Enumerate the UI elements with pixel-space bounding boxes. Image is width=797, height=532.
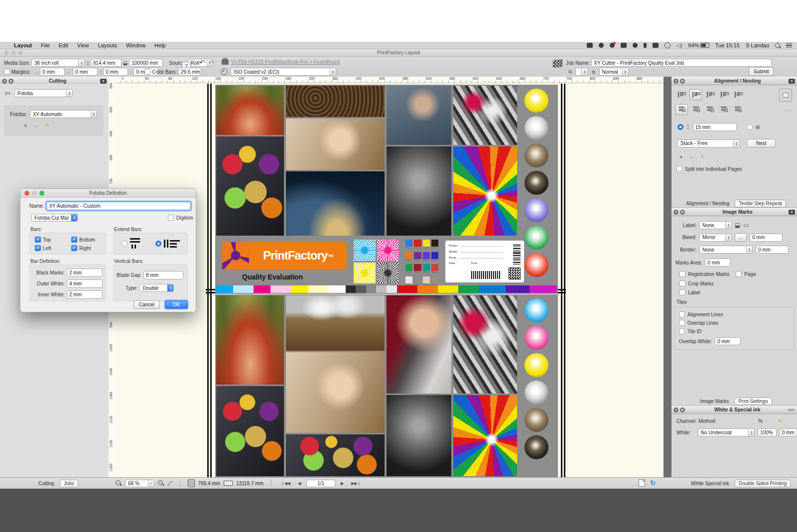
inner-white-field[interactable]: 2 mm [67, 290, 103, 299]
tab-textile-step-repeat[interactable]: Textile Step Repeat [735, 200, 786, 207]
zoom-level-dropdown[interactable]: 68 %▼ [125, 480, 154, 487]
label-position-icon[interactable]: ⬓ [735, 222, 740, 229]
snap-h-button[interactable] [732, 90, 744, 100]
split-pages-checkbox[interactable] [676, 166, 682, 172]
gap-distance-field[interactable]: 15 mm [693, 123, 737, 131]
dialog-name-input[interactable]: XY Automatic - Custom [46, 202, 191, 210]
fotoba-preset-dropdown[interactable]: XY Automatic▲▼ [30, 110, 97, 118]
page-preview-icon[interactable] [639, 479, 645, 487]
white-edit-icon[interactable]: ✎ [778, 418, 783, 424]
blade-gap-field[interactable]: 8 mm [143, 271, 183, 279]
menu-item-help[interactable]: Help [154, 42, 166, 48]
bleed-options-button[interactable]: ... [735, 233, 747, 242]
link-spacing-icon[interactable]: ◦◦◦◦ [785, 109, 792, 113]
nest-add-button[interactable]: + [679, 154, 682, 160]
color-profile-dropdown[interactable]: ISO Coated v2 (ECI)▲▼ [231, 68, 336, 76]
page-indicator[interactable]: 1/1 [306, 480, 335, 487]
menubar-clock[interactable]: Tue 15:15 [715, 42, 740, 48]
status-icon-4[interactable] [644, 43, 647, 48]
redo-icon[interactable]: ↷ [209, 59, 214, 66]
border-distance-field[interactable]: 0 mm [756, 246, 789, 254]
undo-icon[interactable]: ↶ [199, 59, 205, 66]
white-panel-close-icon[interactable]: × [673, 407, 678, 412]
last-page-button[interactable]: ▶▶❘ [351, 481, 361, 486]
fotoba-edit-icon[interactable]: ✎ [45, 122, 49, 129]
zoom-out-button[interactable]: - [116, 480, 122, 486]
gap-radio-fixed[interactable] [677, 124, 683, 130]
extend-horizontal-radio[interactable] [122, 241, 128, 247]
top-checkbox[interactable]: ✓ [35, 237, 41, 243]
label-checkbox[interactable] [679, 289, 685, 295]
align-center-h-button[interactable] [689, 89, 702, 100]
white-choke-field[interactable]: 0 mm [780, 428, 797, 436]
display-status-icon[interactable] [621, 43, 627, 48]
notification-center-icon[interactable] [786, 43, 792, 48]
marks-type-dropdown[interactable]: Fotoba Cut Marks▲▼ [31, 214, 78, 222]
white-percent-field[interactable]: 100% [758, 428, 776, 436]
status-icon-2[interactable] [599, 43, 604, 48]
right-checkbox[interactable]: ✓ [71, 245, 77, 251]
margin-right-field[interactable]: 0 mm [73, 68, 98, 76]
menu-item-layouts[interactable]: Layouts [98, 42, 117, 48]
marquee-select-icon[interactable] [779, 89, 792, 102]
menu-item-window[interactable]: Window [126, 42, 145, 48]
distribute-v-button[interactable] [718, 105, 730, 115]
menu-item-edit[interactable]: Edit [59, 42, 68, 48]
alignment-collapse-icon[interactable]: ▼ [789, 79, 795, 84]
dialog-zoom-button[interactable] [39, 191, 44, 196]
menu-item-view[interactable]: View [77, 42, 89, 48]
bleed-dropdown[interactable]: Mirror▲▼ [699, 234, 732, 242]
tab-alignment-nesting[interactable]: Alignment / Nesting [682, 200, 733, 207]
label-inline-icon[interactable]: ▭ [743, 222, 749, 229]
align-right-button[interactable] [704, 90, 716, 100]
menu-item-layout[interactable]: Layout [14, 42, 32, 48]
cutter-type-dropdown[interactable]: Fotoba▲▼ [14, 89, 73, 97]
wifi-status-icon[interactable] [664, 42, 670, 48]
print-sheet-2[interactable] [215, 294, 558, 477]
extend-bars-option-horizontal[interactable] [122, 238, 140, 250]
align-bottom-button[interactable] [704, 105, 716, 115]
zoom-in-button[interactable]: + [158, 480, 164, 486]
dialog-minimize-button[interactable] [32, 191, 37, 196]
type-dropdown[interactable]: Double▲▼ [139, 284, 174, 292]
panel-collapse-icon[interactable]: ▼ [100, 79, 107, 84]
nest-button[interactable]: Nest [747, 139, 776, 147]
quality-dropdown[interactable]: Normal▲▼ [599, 68, 629, 76]
print-sheet-1[interactable]: PrintFactoryTM Quality Evaluation Printe… [215, 85, 558, 294]
white-panel-detach-icon[interactable]: ➤ [680, 407, 685, 412]
align-top-button[interactable] [675, 104, 688, 115]
digitrim-checkbox[interactable] [168, 215, 174, 221]
volume-icon[interactable]: ◁) [676, 42, 682, 49]
color-bars-field[interactable]: 29.6 mm [178, 68, 201, 76]
extend-bars-option-vertical[interactable] [155, 240, 180, 248]
white-method-dropdown[interactable]: No Undercoat▲▼ [698, 428, 755, 436]
prev-page-button[interactable]: ◀ [298, 481, 301, 486]
first-page-button[interactable]: ❘◀◀ [281, 481, 290, 486]
battery-indicator[interactable]: 64% [688, 42, 709, 48]
image-marks-collapse-icon[interactable]: ▼ [789, 210, 795, 215]
zoom-fit-icon[interactable]: ⤢ [167, 480, 172, 487]
dialog-cancel-button[interactable]: Cancel [133, 300, 160, 309]
media-length-field[interactable]: 100000 mm [129, 59, 163, 67]
dialog-close-button[interactable] [24, 191, 29, 196]
sync-refresh-icon[interactable]: ↻ [650, 479, 656, 487]
bleed-distance-field[interactable]: 0 mm [750, 234, 783, 242]
job-name-input[interactable]: XY Cutter - PrintFactory Qaulity Eval Jo… [591, 59, 772, 67]
tab-print-settings[interactable]: Print Settings [734, 398, 772, 405]
margin-left-field[interactable]: 0 mm [40, 68, 65, 76]
marks-area-field[interactable]: 0 mm [705, 259, 731, 266]
tab-image-marks[interactable]: Image Marks [696, 398, 732, 404]
registration-marks-checkbox[interactable] [679, 271, 685, 277]
status-icon-3[interactable] [633, 43, 638, 48]
color-bars-checkbox[interactable] [144, 69, 150, 75]
tile-id-checkbox[interactable] [679, 328, 685, 334]
copies-stepper[interactable]: 1▲▼ [575, 68, 588, 76]
margins-checkbox[interactable] [4, 69, 10, 75]
nest-edit-icon[interactable]: ✎ [700, 153, 705, 160]
outer-white-field[interactable]: 4 mm [67, 279, 103, 288]
image-marks-detach-icon[interactable]: ➤ [680, 210, 685, 215]
fotoba-remove-button[interactable]: - [35, 123, 37, 129]
margin-top-field[interactable]: 0 mm [103, 68, 128, 76]
spotlight-search-icon[interactable] [775, 43, 780, 48]
fotoba-add-button[interactable]: + [24, 123, 27, 129]
